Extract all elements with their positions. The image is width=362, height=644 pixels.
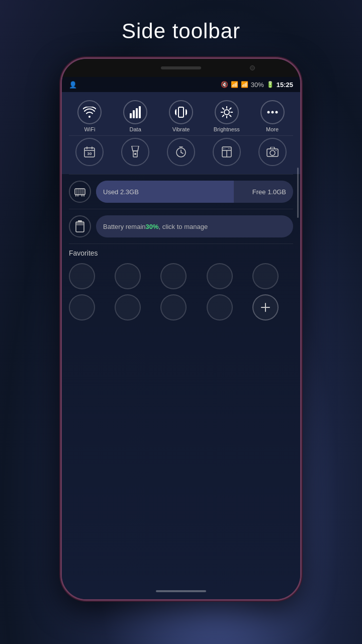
fav-slot-8[interactable] — [160, 294, 187, 320]
fav-slot-3[interactable] — [160, 263, 187, 289]
vibrate-label: Vibrate — [172, 126, 190, 132]
toggle-brightness[interactable]: Brightness — [209, 100, 244, 132]
status-bar: 👤 🔇 📶 📶 30% 🔋 15:25 — [62, 77, 300, 92]
svg-point-40 — [276, 150, 277, 151]
quick-toggles-row: WiFi Data — [62, 97, 300, 135]
scroll-indicator — [297, 168, 299, 218]
svg-line-15 — [229, 115, 231, 117]
svg-rect-41 — [75, 189, 85, 195]
svg-line-17 — [222, 115, 224, 117]
favorites-row-1 — [69, 263, 293, 289]
svg-text:+−: +− — [223, 147, 226, 150]
ram-free-label: Free 1.0GB — [252, 188, 286, 196]
status-left: 👤 — [69, 81, 77, 89]
phone-screen: 👤 🔇 📶 📶 30% 🔋 15:25 — [62, 77, 300, 599]
svg-point-39 — [270, 150, 275, 155]
clock: 15:25 — [277, 81, 293, 89]
svg-line-31 — [181, 152, 183, 153]
battery-icon-circle — [69, 215, 91, 237]
battery-status-text: 30% — [251, 81, 264, 89]
page-title: Side toolbar — [122, 19, 240, 43]
fav-add-button[interactable] — [252, 294, 279, 320]
fav-slot-4[interactable] — [207, 263, 233, 289]
tool-camera[interactable] — [258, 138, 287, 166]
speaker-grille — [161, 66, 201, 69]
svg-point-20 — [275, 111, 278, 114]
mute-icon: 🔇 — [221, 81, 228, 88]
fav-slot-1[interactable] — [69, 263, 95, 289]
tool-calculator[interactable]: +− ×÷ — [213, 138, 241, 166]
phone-top-bar — [62, 59, 300, 77]
ram-used-label: Used 2.3GB — [96, 181, 234, 203]
svg-rect-1 — [133, 110, 135, 118]
ram-bar: Used 2.3GB Free 1.0GB — [96, 181, 293, 203]
svg-text:×÷: ×÷ — [228, 147, 231, 150]
data-icon — [123, 100, 147, 124]
svg-rect-51 — [78, 220, 82, 222]
fav-slot-6[interactable] — [69, 294, 95, 320]
vibrate-icon — [169, 100, 193, 124]
fav-slot-7[interactable] — [115, 294, 141, 320]
svg-rect-0 — [130, 113, 132, 118]
svg-text:30: 30 — [87, 151, 92, 156]
more-icon — [260, 100, 285, 124]
svg-point-28 — [134, 153, 136, 155]
battery-percent-highlight: 30% — [146, 223, 159, 230]
front-camera — [250, 65, 255, 70]
ram-icon — [69, 181, 91, 203]
battery-prefix: Battery remain — [103, 223, 146, 230]
battery-suffix: , click to manage — [159, 223, 208, 230]
signal-status-icon: 📶 — [241, 81, 248, 88]
tool-flashlight[interactable] — [121, 138, 149, 166]
favorites-section: Favorites — [62, 244, 300, 331]
secondary-tools-row: 30 — [62, 136, 300, 171]
favorites-row-2 — [69, 294, 293, 320]
wifi-icon — [77, 100, 102, 124]
favorites-title: Favorites — [69, 249, 293, 257]
wifi-label: WiFi — [84, 126, 95, 132]
svg-line-14 — [222, 108, 224, 110]
wifi-status-icon: 📶 — [231, 81, 238, 88]
fav-slot-5[interactable] — [252, 263, 279, 289]
svg-line-16 — [229, 108, 231, 110]
tool-calendar[interactable]: 30 — [75, 138, 104, 166]
more-label: More — [266, 126, 279, 132]
volume-button — [60, 149, 61, 180]
battery-status-icon: 🔋 — [266, 81, 274, 88]
battery-message: Battery remain 30%, click to manage — [96, 215, 293, 237]
phone-shell: 👤 🔇 📶 📶 30% 🔋 15:25 — [60, 57, 302, 601]
svg-point-19 — [271, 111, 274, 114]
svg-rect-2 — [136, 108, 138, 118]
svg-rect-52 — [76, 222, 83, 225]
brightness-label: Brightness — [214, 126, 240, 132]
brightness-icon — [215, 100, 239, 124]
toggle-vibrate[interactable]: Vibrate — [163, 100, 199, 132]
toggle-data[interactable]: Data — [118, 100, 153, 132]
home-bar — [156, 590, 206, 592]
data-label: Data — [130, 126, 141, 132]
ram-section[interactable]: Used 2.3GB Free 1.0GB — [62, 175, 300, 209]
tool-timer[interactable] — [167, 138, 195, 166]
svg-point-9 — [224, 110, 229, 115]
status-right: 🔇 📶 📶 30% 🔋 15:25 — [221, 81, 293, 89]
toolbar-panel: WiFi Data — [62, 92, 300, 174]
battery-section[interactable]: Battery remain 30%, click to manage — [62, 209, 300, 244]
fav-slot-9[interactable] — [207, 294, 233, 320]
fav-slot-2[interactable] — [115, 263, 141, 289]
toggle-wifi[interactable]: WiFi — [72, 100, 107, 132]
power-button — [301, 139, 302, 180]
user-icon: 👤 — [69, 81, 77, 89]
svg-rect-3 — [139, 106, 141, 118]
toggle-more[interactable]: More — [255, 100, 290, 132]
svg-point-18 — [267, 111, 269, 114]
svg-rect-4 — [178, 107, 184, 117]
